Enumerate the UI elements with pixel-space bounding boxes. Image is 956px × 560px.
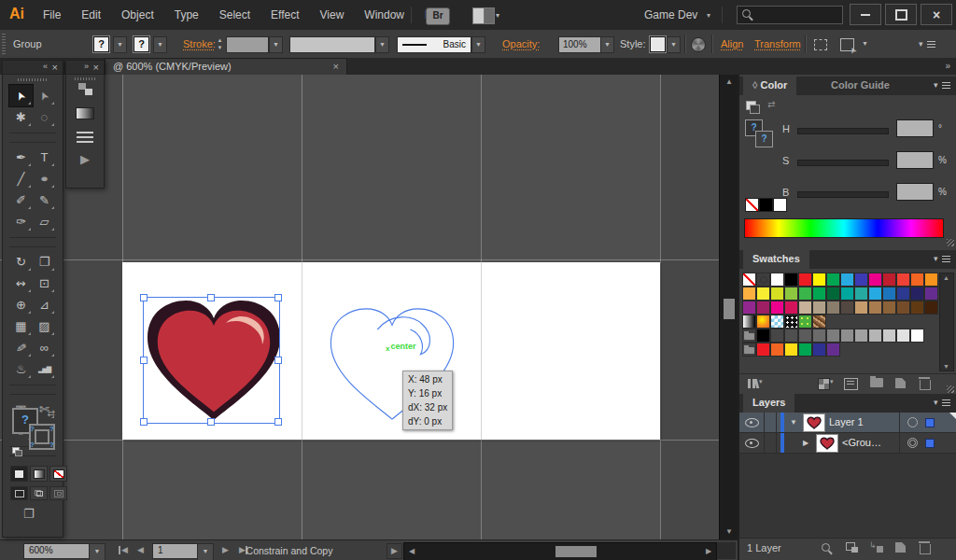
stroke-weight-dropdown[interactable]: ▼ bbox=[269, 36, 283, 53]
icon-panel-header[interactable]: » × bbox=[66, 61, 104, 75]
none-button[interactable] bbox=[49, 466, 67, 482]
lock-column[interactable] bbox=[764, 413, 777, 432]
selection-handle[interactable] bbox=[207, 294, 215, 301]
swatch[interactable] bbox=[770, 343, 784, 357]
tab-color[interactable]: ◊ Color bbox=[743, 77, 796, 95]
swatch[interactable] bbox=[826, 273, 840, 287]
panel-menu-icon[interactable] bbox=[934, 398, 950, 409]
layer-row[interactable]: ▶<Grou… bbox=[739, 433, 956, 454]
white-swatch[interactable] bbox=[773, 198, 787, 212]
tool-pen[interactable]: ✒ bbox=[9, 147, 33, 168]
swatch-pcheck[interactable] bbox=[770, 315, 784, 329]
control-panel-menu-icon[interactable] bbox=[919, 39, 935, 50]
document-tab[interactable]: @ 600% (CMYK/Preview) × bbox=[105, 58, 347, 76]
tool-rotate[interactable]: ↻ bbox=[9, 251, 33, 273]
canvas[interactable]: xcenter X: 48 pxY: 16 pxdX: 32 pxdY: 0 p… bbox=[0, 75, 719, 539]
swatch-libraries-icon[interactable]: ▾ bbox=[747, 378, 763, 390]
draw-behind-button[interactable] bbox=[30, 486, 48, 500]
swatch[interactable] bbox=[924, 301, 938, 315]
swatch[interactable] bbox=[756, 329, 770, 343]
swatch[interactable] bbox=[784, 329, 798, 343]
panel-grip[interactable] bbox=[75, 77, 95, 80]
tool-blend[interactable]: ∞ bbox=[33, 337, 56, 358]
close-icon[interactable]: × bbox=[93, 62, 99, 73]
swatch[interactable] bbox=[770, 329, 784, 343]
transform-panel-link[interactable]: Transform bbox=[754, 38, 801, 49]
tool-blob-brush[interactable]: ✑ bbox=[9, 211, 33, 232]
select-similar-icon[interactable] bbox=[840, 38, 854, 51]
swatch[interactable] bbox=[854, 301, 868, 315]
swatch-folder[interactable] bbox=[742, 343, 756, 357]
swatch-gor[interactable] bbox=[756, 315, 770, 329]
isolate-selection-icon[interactable] bbox=[814, 39, 827, 50]
menu-effect[interactable]: Effect bbox=[271, 8, 299, 21]
swatch[interactable] bbox=[896, 301, 910, 315]
tool-magic-wand[interactable]: ✱ bbox=[9, 106, 33, 128]
bridge-button[interactable]: Br bbox=[426, 7, 450, 25]
layer-name[interactable]: Layer 1 bbox=[829, 416, 864, 427]
selection-handle[interactable] bbox=[274, 357, 282, 364]
swatch[interactable] bbox=[840, 301, 854, 315]
slider-value-input[interactable] bbox=[896, 119, 934, 137]
select-similar-dropdown[interactable]: ▼ bbox=[859, 36, 871, 51]
scroll-left-icon[interactable]: ◀ bbox=[404, 543, 419, 560]
slider-value-input[interactable] bbox=[896, 151, 934, 169]
tab-swatches[interactable]: Swatches bbox=[743, 250, 809, 269]
width-profile-dropdown[interactable]: ▼ bbox=[375, 36, 389, 53]
menu-type[interactable]: Type bbox=[175, 8, 199, 21]
selection-handle[interactable] bbox=[207, 418, 215, 426]
draw-inside-button[interactable] bbox=[49, 486, 67, 500]
swatch[interactable] bbox=[910, 329, 924, 343]
visibility-toggle[interactable] bbox=[739, 433, 765, 453]
menu-edit[interactable]: Edit bbox=[81, 8, 101, 21]
layer-name[interactable]: <Grou… bbox=[842, 437, 881, 448]
tool-eyedropper[interactable]: ✎ bbox=[9, 337, 33, 358]
horizontal-scroll-thumb[interactable] bbox=[555, 546, 597, 557]
expand-icon[interactable]: » bbox=[84, 62, 87, 71]
swatch[interactable] bbox=[798, 329, 812, 343]
scroll-down-icon[interactable]: ▼ bbox=[940, 363, 952, 370]
chevron-down-icon[interactable]: ▾ bbox=[707, 11, 710, 20]
swatch-kinds-icon[interactable]: ▾ bbox=[818, 378, 834, 392]
recolor-artwork-icon[interactable] bbox=[691, 37, 706, 52]
menu-select[interactable]: Select bbox=[219, 8, 250, 21]
swatch-gbw[interactable] bbox=[742, 315, 756, 329]
swatch[interactable] bbox=[840, 273, 854, 287]
scroll-up-icon[interactable]: ▲ bbox=[940, 274, 952, 281]
zoom-dropdown[interactable]: ▼ bbox=[89, 543, 105, 560]
opacity-value[interactable]: 100% bbox=[558, 36, 603, 53]
swatch[interactable] bbox=[812, 273, 826, 287]
brush-dropdown[interactable]: ▼ bbox=[471, 36, 485, 53]
swatch-reg[interactable] bbox=[756, 273, 770, 287]
make-clipping-mask-icon[interactable] bbox=[846, 542, 858, 554]
menu-object[interactable]: Object bbox=[121, 8, 154, 21]
tool-scale[interactable]: ❐ bbox=[33, 251, 56, 273]
zoom-level-input[interactable]: 600% bbox=[23, 543, 93, 559]
swatch[interactable] bbox=[756, 287, 770, 301]
slider-track[interactable] bbox=[797, 128, 889, 134]
brush-definition-select[interactable]: Basic bbox=[397, 36, 471, 53]
swatch[interactable] bbox=[798, 301, 812, 315]
draw-normal-button[interactable] bbox=[10, 486, 28, 500]
swatch[interactable] bbox=[896, 273, 910, 287]
color-button[interactable] bbox=[10, 466, 28, 482]
swatch[interactable] bbox=[798, 273, 812, 287]
gradient-panel-icon[interactable] bbox=[76, 107, 94, 119]
swatch[interactable] bbox=[770, 273, 784, 287]
swatch-options-icon[interactable] bbox=[844, 378, 858, 392]
swatch[interactable] bbox=[756, 343, 770, 357]
selection-chip[interactable] bbox=[925, 439, 935, 448]
scroll-down-icon[interactable]: ▼ bbox=[720, 525, 738, 539]
stroke-panel-link[interactable]: Stroke: bbox=[183, 38, 216, 49]
swatch[interactable] bbox=[882, 301, 896, 315]
tool-gradient[interactable]: ▨ bbox=[33, 315, 56, 337]
tools-panel-header[interactable]: « × bbox=[3, 61, 63, 75]
stroke-weight-value[interactable] bbox=[226, 36, 269, 53]
swatch[interactable] bbox=[784, 287, 798, 301]
selection-bounding-box[interactable] bbox=[143, 297, 280, 424]
stroke-color-swatch[interactable]: ? bbox=[134, 36, 149, 52]
tool-symbol-sprayer[interactable]: ♨ bbox=[9, 358, 33, 380]
tool-column-graph[interactable]: ▂▅▇ bbox=[33, 358, 56, 380]
layer-thumbnail[interactable] bbox=[816, 434, 838, 453]
stroke-proxy[interactable]: ?? ?? bbox=[29, 424, 55, 450]
